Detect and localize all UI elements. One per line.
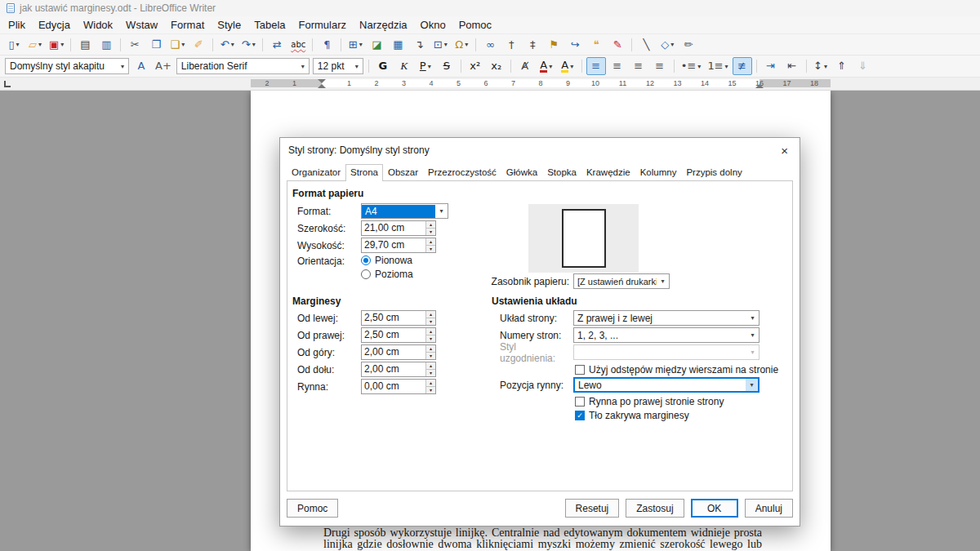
spin-up-icon[interactable]: ▴ [426, 221, 435, 229]
unordered-list-button[interactable]: •≡▾ [679, 57, 704, 75]
dropdown-caret-icon[interactable]: ▾ [428, 63, 431, 70]
superscript-button[interactable]: x² [466, 57, 485, 75]
decrease-indent-button[interactable]: ⇤ [782, 57, 802, 75]
track-changes-button[interactable]: ✎ [608, 36, 627, 54]
menu-narzedzia[interactable]: Narzędzia [353, 16, 414, 33]
clone-formatting-button[interactable]: ✐ [189, 36, 208, 54]
paste-button[interactable]: ❑▾ [167, 36, 187, 54]
clear-formatting-button[interactable]: Ⱥ [515, 57, 535, 75]
paper-format-select[interactable]: A4 ▾ [361, 203, 448, 219]
spin-up-icon[interactable]: ▴ [426, 345, 435, 353]
spelling-button[interactable]: abc [288, 36, 308, 54]
insert-comment-button[interactable]: ❝ [586, 36, 606, 54]
spin-down-icon[interactable]: ▾ [426, 318, 435, 325]
update-style-button[interactable]: A [131, 57, 151, 75]
use-page-line-spacing-checkbox[interactable]: Użyj odstępów między wierszami na stroni… [575, 363, 778, 376]
spin-down-icon[interactable]: ▾ [426, 229, 435, 235]
menu-edycja[interactable]: Edycja [32, 16, 77, 33]
spin-down-icon[interactable]: ▾ [426, 353, 435, 359]
cancel-button[interactable]: Anuluj [745, 499, 793, 518]
dropdown-caret-icon[interactable]: ▾ [746, 379, 758, 391]
menu-plik[interactable]: Plik [2, 16, 32, 33]
formatting-marks-button[interactable]: ¶ [317, 36, 336, 54]
spin-down-icon[interactable]: ▾ [426, 246, 435, 252]
insert-special-character-button[interactable]: Ω▾ [452, 36, 471, 54]
dropdown-caret-icon[interactable]: ▾ [60, 41, 64, 48]
menu-style[interactable]: Style [211, 16, 247, 33]
dropdown-caret-icon[interactable]: ▾ [435, 207, 448, 215]
line-spacing-button[interactable]: ↕▾ [811, 57, 831, 75]
copy-button[interactable]: ❐ [146, 36, 166, 54]
new-document-button[interactable]: ▯▾ [4, 36, 24, 54]
dropdown-caret-icon[interactable]: ▾ [824, 63, 827, 70]
gutter-position-select[interactable]: Lewo ▾ [573, 377, 760, 393]
page-numbers-select[interactable]: 1, 2, 3, ... ▾ [573, 327, 760, 343]
dropdown-caret-icon[interactable]: ▾ [549, 63, 552, 70]
bold-button[interactable]: G [373, 57, 393, 75]
dropdown-caret-icon[interactable]: ▾ [725, 63, 728, 70]
dropdown-caret-icon[interactable]: ▾ [746, 314, 759, 322]
reset-button[interactable]: Resetuj [565, 499, 620, 518]
tab-stop-type-selector[interactable] [4, 81, 11, 87]
align-right-button[interactable]: ≡ [629, 57, 648, 75]
menu-formularz[interactable]: Formularz [292, 16, 354, 33]
spin-up-icon[interactable]: ▴ [426, 362, 435, 370]
strikethrough-button[interactable]: S [437, 57, 457, 75]
menu-widok[interactable]: Widok [77, 16, 119, 33]
insert-page-break-button[interactable]: ↴ [409, 36, 429, 54]
dropdown-caret-icon[interactable]: ▾ [117, 63, 128, 70]
dropdown-caret-icon[interactable]: ▾ [670, 41, 674, 48]
basic-shapes-button[interactable]: ◇▾ [657, 36, 677, 54]
dialog-close-button[interactable]: × [777, 143, 791, 158]
tab-przypis-dolny[interactable]: Przypis dolny [681, 164, 746, 180]
dropdown-caret-icon[interactable]: ▾ [657, 278, 669, 285]
left-indent-marker[interactable] [318, 79, 326, 83]
paper-height-spinfield[interactable]: 29,70 cm ▴ ▾ [361, 238, 436, 253]
gutter-margin-spinfield[interactable]: 0,00 cm ▴ ▾ [361, 379, 436, 394]
gutter-right-checkbox[interactable]: Rynna po prawej stronie strony [575, 395, 724, 408]
spin-up-icon[interactable]: ▴ [426, 238, 435, 246]
insert-hyperlink-button[interactable]: ∞ [480, 36, 500, 54]
tab-przezroczystosc[interactable]: Przezroczystość [423, 164, 501, 180]
dropdown-caret-icon[interactable]: ▾ [252, 41, 256, 48]
underline-button[interactable]: P▾ [416, 57, 435, 75]
subscript-button[interactable]: x₂ [487, 57, 506, 75]
highlight-color-button[interactable]: A▾ [558, 57, 577, 75]
save-button[interactable]: ▣▾ [47, 36, 66, 54]
open-file-button[interactable]: ▱▾ [25, 36, 45, 54]
menu-tabela[interactable]: Tabela [247, 16, 292, 33]
align-center-button[interactable]: ≡ [608, 57, 627, 75]
dropdown-caret-icon[interactable]: ▾ [16, 41, 20, 48]
undo-button[interactable]: ↶▾ [217, 36, 237, 54]
tab-krawedzie[interactable]: Krawędzie [581, 164, 635, 180]
margin-right-spinfield[interactable]: 2,50 cm ▴ ▾ [361, 327, 436, 343]
font-name-combobox[interactable]: Liberation Serif ▾ [176, 58, 310, 74]
increase-indent-button[interactable]: ⇥ [761, 57, 781, 75]
ok-button[interactable]: OK [691, 499, 738, 518]
margin-top-spinfield[interactable]: 2,00 cm ▴ ▾ [361, 344, 436, 360]
ordered-list-button[interactable]: 1≡▾ [705, 57, 730, 75]
tab-g-owka[interactable]: Główka [501, 164, 542, 180]
paragraph-style-combobox[interactable]: Domyślny styl akapitu ▾ [5, 58, 129, 74]
insert-chart-button[interactable]: ▦ [388, 36, 408, 54]
show-draw-functions-button[interactable]: ✏ [679, 36, 698, 54]
justify-button[interactable]: ≡ [650, 57, 670, 75]
dropdown-caret-icon[interactable]: ▾ [465, 41, 468, 48]
insert-table-button[interactable]: ⊞▾ [345, 36, 365, 54]
tab-strona[interactable]: Strona [345, 164, 383, 181]
spin-up-icon[interactable]: ▴ [426, 311, 435, 318]
help-button[interactable]: Pomoc [287, 499, 338, 518]
page-layout-select[interactable]: Z prawej i z lewej ▾ [573, 310, 760, 326]
dropdown-caret-icon[interactable]: ▾ [231, 41, 234, 48]
dropdown-caret-icon[interactable]: ▾ [351, 63, 363, 70]
dropdown-caret-icon[interactable]: ▾ [697, 63, 701, 70]
decrease-paragraph-spacing-button[interactable]: ⇓ [853, 57, 873, 75]
align-left-button[interactable]: ≡ [586, 57, 606, 75]
apply-button[interactable]: Zastosuj [626, 499, 684, 518]
paper-width-spinfield[interactable]: 21,00 cm ▴ ▾ [361, 220, 436, 236]
increase-paragraph-spacing-button[interactable]: ⇑ [832, 57, 852, 75]
menu-okno[interactable]: Okno [414, 16, 452, 33]
cut-button[interactable]: ✂ [125, 36, 145, 54]
dropdown-caret-icon[interactable]: ▾ [570, 63, 573, 70]
margin-bottom-spinfield[interactable]: 2,00 cm ▴ ▾ [361, 362, 436, 377]
